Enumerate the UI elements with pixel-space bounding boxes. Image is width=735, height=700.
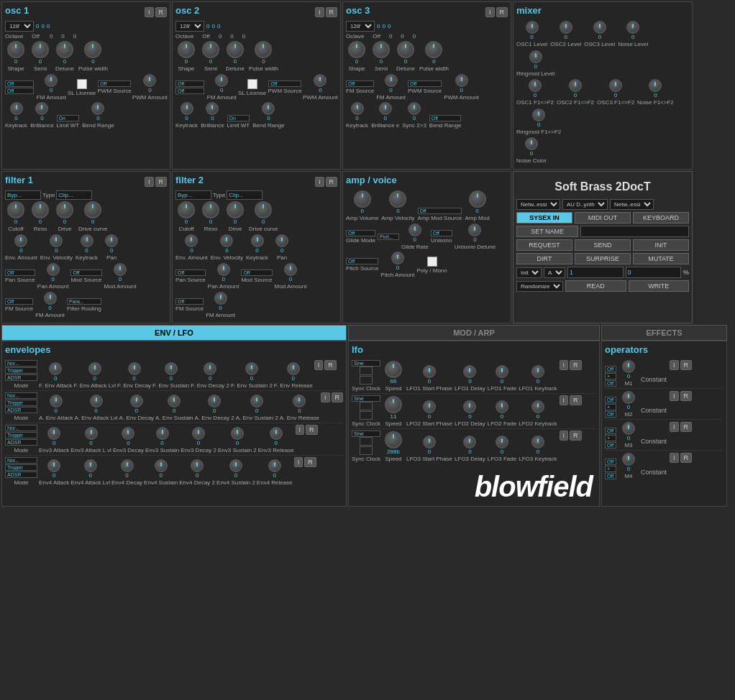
- osc2-keytrack-knob[interactable]: [181, 102, 193, 115]
- osc2-semi-knob[interactable]: [202, 41, 219, 58]
- preset-randomize-select[interactable]: Randomize: [516, 281, 563, 292]
- amp-pitch-source-select[interactable]: Off: [346, 258, 378, 264]
- lfo1-shape-select[interactable]: Sine: [352, 360, 380, 367]
- env4-adsr-select[interactable]: ADSR: [5, 471, 37, 478]
- lfo1-speed-knob[interactable]: [385, 361, 402, 378]
- op3-val3-select[interactable]: Off: [605, 442, 616, 448]
- op3-knob[interactable]: [622, 422, 635, 435]
- amp-velocity-knob[interactable]: [389, 190, 406, 208]
- amp-glide-select[interactable]: Off: [346, 230, 375, 236]
- preset-ab-select[interactable]: AB: [544, 267, 565, 278]
- osc3-brilliance-knob[interactable]: [379, 102, 392, 115]
- mixer-ringmod-level-knob[interactable]: [529, 50, 542, 63]
- env4-trigger-select[interactable]: Trigger: [5, 464, 37, 471]
- op4-val3-select[interactable]: Off: [605, 473, 616, 479]
- lfo2-sync-btn[interactable]: [360, 402, 373, 410]
- filter2-reso-knob[interactable]: [202, 201, 219, 218]
- filter1-drive-knob[interactable]: [56, 201, 73, 218]
- osc1-octave-select[interactable]: 128'64'32': [5, 21, 34, 32]
- mixer-osc3-level-knob[interactable]: [593, 21, 606, 34]
- osc2-brilliance-knob[interactable]: [206, 102, 219, 115]
- op1-val3-select[interactable]: Off: [605, 380, 616, 387]
- osc3-pulsewidth-knob[interactable]: [425, 41, 442, 58]
- osc1-fmsource-select[interactable]: OffFM Source: [5, 80, 34, 87]
- env2-sustain-knob[interactable]: [168, 395, 181, 407]
- lfo2-delay-knob[interactable]: [463, 400, 476, 413]
- env4-sustain2-knob[interactable]: [229, 459, 242, 472]
- osc2-bend-knob[interactable]: [262, 102, 275, 115]
- preset-send-btn[interactable]: SEND: [575, 239, 631, 251]
- osc1-pulsewidth-knob[interactable]: [84, 41, 101, 58]
- osc3-sync-knob[interactable]: [408, 102, 421, 115]
- filter1-mod-source-select[interactable]: Off: [70, 270, 101, 276]
- mixer-osc1-f12-knob[interactable]: [529, 79, 542, 92]
- env3-adsr-select[interactable]: ADSR: [5, 439, 37, 446]
- tab-env-lfo[interactable]: ENV / LFO: [1, 325, 347, 341]
- preset-dirt-btn[interactable]: DIRT: [516, 253, 572, 264]
- filter2-pan-source-select[interactable]: Off: [175, 270, 206, 276]
- filter2-keytrack-knob[interactable]: [251, 234, 264, 247]
- filter2-i-btn[interactable]: I: [315, 177, 324, 187]
- filter2-mod-amount-knob[interactable]: [284, 263, 297, 276]
- env2-adsr-select[interactable]: ADSR: [5, 407, 37, 413]
- env1-decay2-knob[interactable]: [204, 362, 216, 375]
- osc2-sl-checkbox[interactable]: [247, 79, 257, 89]
- env3-i-btn[interactable]: I: [296, 425, 305, 435]
- mixer-noise-level-knob[interactable]: [626, 21, 639, 34]
- filter1-mod-amount-knob[interactable]: [114, 263, 127, 276]
- preset-init-select[interactable]: Init: [516, 267, 542, 278]
- osc1-r-btn[interactable]: R: [155, 7, 168, 17]
- osc2-pulsewidth-knob[interactable]: [255, 41, 272, 58]
- osc2-fm-amount-knob[interactable]: [215, 74, 228, 87]
- env2-r-btn[interactable]: R: [332, 392, 344, 402]
- filter1-pan-source-select[interactable]: Off: [5, 270, 35, 276]
- preset-init-btn[interactable]: INIT: [633, 239, 689, 251]
- env1-trigger-select[interactable]: Trigger: [5, 367, 37, 374]
- lfo2-r-btn[interactable]: R: [570, 395, 582, 405]
- preset-write-btn[interactable]: WRITE: [629, 280, 690, 292]
- amp-unisono-select[interactable]: Off: [431, 230, 452, 236]
- preset-keyboard-btn[interactable]: KEYBOARD: [633, 212, 689, 224]
- filter2-clip-select[interactable]: Clip...: [227, 190, 262, 200]
- lfo1-i-btn[interactable]: I: [560, 360, 569, 370]
- op2-r-btn[interactable]: R: [680, 391, 693, 401]
- lfo1-startphase-knob[interactable]: [423, 365, 436, 378]
- op3-val1-select[interactable]: Off: [605, 428, 616, 434]
- lfo3-startphase-knob[interactable]: [423, 436, 436, 448]
- env1-sustain-knob[interactable]: [165, 362, 178, 375]
- preset-midi-btn[interactable]: MIDI OUT: [575, 212, 631, 224]
- filter2-cutoff-knob[interactable]: [178, 201, 195, 218]
- osc3-keytrack-knob[interactable]: [351, 102, 364, 115]
- amp-unisono-detune-knob[interactable]: [468, 224, 481, 236]
- env2-sustain2-knob[interactable]: [250, 395, 263, 407]
- filter1-env-amount-knob[interactable]: [14, 234, 27, 247]
- lfo2-fade-knob[interactable]: [496, 400, 508, 413]
- osc2-r-btn[interactable]: R: [326, 7, 338, 17]
- lfo3-clock-btn[interactable]: [360, 446, 373, 455]
- osc3-shape-knob[interactable]: [348, 41, 365, 58]
- osc3-octave-select[interactable]: 128': [346, 21, 375, 32]
- lfo2-speed-knob[interactable]: [385, 396, 402, 413]
- preset-pct-input[interactable]: [626, 267, 682, 278]
- preset-setname-btn[interactable]: SET NAME: [516, 226, 578, 237]
- filter2-fm-amount-knob[interactable]: [214, 292, 227, 305]
- osc1-shape-knob[interactable]: [7, 41, 24, 58]
- preset-num-input[interactable]: [567, 267, 624, 278]
- osc1-keytrack-knob[interactable]: [10, 102, 23, 115]
- lfo2-i-btn[interactable]: I: [560, 395, 569, 405]
- filter2-r-btn[interactable]: R: [326, 177, 338, 187]
- osc1-bend-knob[interactable]: [91, 102, 104, 115]
- op3-r-btn[interactable]: R: [680, 422, 693, 432]
- osc1-semi-knob[interactable]: [32, 41, 49, 58]
- op1-i-btn[interactable]: I: [670, 360, 679, 370]
- lfo3-i-btn[interactable]: I: [560, 430, 569, 441]
- filter2-pan-knob[interactable]: [275, 234, 288, 247]
- filter1-drivecurve-knob[interactable]: [84, 201, 101, 218]
- filter1-fm-amount-knob[interactable]: [44, 292, 57, 305]
- lfo2-startphase-knob[interactable]: [423, 400, 436, 413]
- filter1-pan-amount-knob[interactable]: [47, 263, 60, 276]
- filter2-env-vel-knob[interactable]: [220, 234, 233, 247]
- mixer-noise-f12-knob[interactable]: [649, 79, 662, 92]
- lfo1-delay-knob[interactable]: [463, 365, 476, 378]
- lfo1-r-btn[interactable]: R: [570, 360, 582, 370]
